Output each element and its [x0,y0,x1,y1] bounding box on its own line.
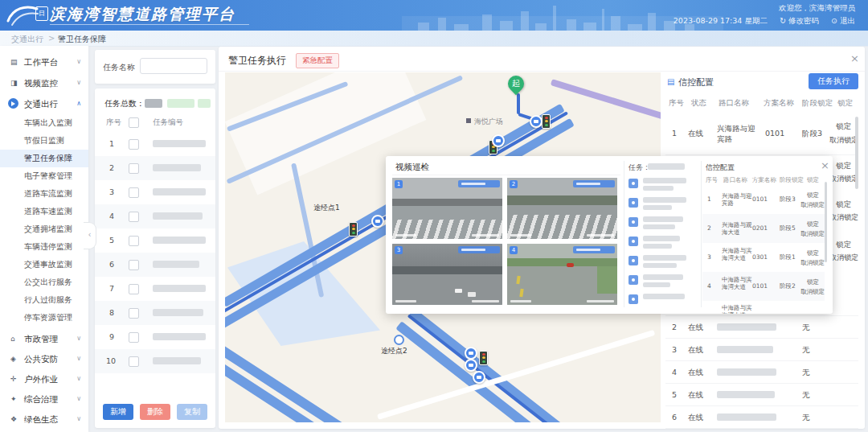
signal-row[interactable]: 2 在线 无 [665,315,858,339]
video-tile[interactable]: 2 [507,178,617,239]
camera-marker-icon[interactable] [371,215,384,228]
task-row[interactable]: 6 [95,253,215,277]
traffic-light-icon[interactable] [479,351,488,365]
unlock-link[interactable]: 取消锁定 [829,135,858,146]
task-execute-button[interactable]: 任务执行 [809,73,858,89]
video-tile[interactable]: 1 [392,178,502,239]
unlock-link[interactable]: 取消锁定 [800,230,825,237]
unlock-link[interactable]: 取消锁定 [829,174,858,184]
breadcrumb-parent[interactable]: 交通出行 [11,34,43,45]
unlock-link[interactable]: 取消锁定 [829,212,858,223]
unlock-link[interactable]: 取消锁定 [800,288,825,295]
task-row[interactable]: 8 [95,301,215,325]
lock-link[interactable]: 锁定 [807,249,819,257]
task-row[interactable]: 2 [95,156,215,180]
row-checkbox[interactable] [129,332,139,343]
panel-close-icon[interactable]: × [850,53,859,64]
signal-row[interactable]: 4 在线 无 [665,360,858,384]
task-row[interactable]: 3 [95,180,215,204]
sidebar-item-municipal[interactable]: ⌂ 市政管理 ∨ [0,328,88,349]
row-checkbox[interactable] [129,187,139,198]
mini-row[interactable]: 4 中海路与滨海湾大道 0101 阶段2 锁定 取消锁定 [702,272,825,301]
sidebar-sub-bus-service[interactable]: 公交出行服务 [0,274,88,291]
sidebar-sub-speed[interactable]: 道路车速监测 [0,203,88,220]
task-row[interactable]: 5 [95,228,215,253]
sidebar-item-ecology[interactable]: ❖ 绿色生态 ∨ [0,409,88,430]
table-scrollbar[interactable] [855,117,858,189]
camera-marker-icon[interactable] [530,115,542,128]
traffic-light-icon[interactable] [542,114,551,129]
row-checkbox[interactable] [129,260,139,270]
unlock-link[interactable]: 取消锁定 [829,253,858,263]
sidebar-sub-accident[interactable]: 交通事故监测 [0,256,88,274]
mini-row[interactable]: 3 兴海路与滨海湾大道 0301 阶段1 锁定 取消锁定 [702,243,825,272]
popup-close-icon[interactable]: × [821,160,829,171]
sidebar-sub-illegal-parking[interactable]: 车辆违停监测 [0,238,88,256]
sidebar-item-workbench[interactable]: ▤ 工作平台 ∨ [0,51,88,72]
sidebar-sub-vehicle-inout[interactable]: 车辆出入监测 [0,114,88,132]
signal-row[interactable]: 5 在线 无 [665,383,858,406]
row-checkbox[interactable] [129,139,139,150]
mini-scrollbar[interactable] [825,182,827,262]
mini-row[interactable]: 中海路与滨海湾大道 [702,301,825,314]
mini-row[interactable]: 2 兴海路与观海大道 0201 阶段5 锁定 取消锁定 [702,214,825,243]
lock-link[interactable]: 锁定 [836,200,851,210]
camera-marker-icon[interactable] [465,347,477,360]
change-password-link[interactable]: ↻ 修改密码 [780,16,819,25]
waypoint2-marker[interactable] [394,335,404,345]
lock-link[interactable]: 锁定 [807,191,819,199]
signal-row[interactable]: 1 在线 兴海路与迎宾路 0101 阶段3 锁定 取消锁定 [665,113,858,154]
camera-marker-icon[interactable] [473,371,485,384]
task-name-input[interactable] [140,58,207,74]
traffic-light-icon[interactable] [349,222,358,237]
sidebar-collapse-handle[interactable]: ‹ [84,222,96,249]
mini-row[interactable]: 1 兴海路与迎宾路 0101 阶段3 锁定 取消锁定 [702,185,825,214]
sidebar-item-facility[interactable]: ▦ 设施管理 ∨ [0,429,88,432]
sidebar-item-outdoor[interactable]: ✛ 户外作业 ∨ [0,368,88,389]
delete-button[interactable]: 删除 [140,404,170,420]
row-checkbox[interactable] [129,284,139,294]
camera-marker-icon[interactable] [492,134,505,147]
row-checkbox[interactable] [129,163,139,174]
row-checkbox[interactable] [129,356,139,367]
sidebar-sub-guard-task[interactable]: 警卫任务保障 [0,150,88,167]
logout-link[interactable]: ⊙ 退出 [831,16,855,25]
row-checkbox[interactable] [129,212,139,222]
task-row[interactable]: 4 [95,204,215,228]
sidebar-sub-pedestrian[interactable]: 行人过街服务 [0,291,88,309]
signal-row[interactable]: 6 在线 无 [665,405,858,429]
signal-row[interactable]: 3 在线 无 [665,338,858,361]
sidebar-item-traffic[interactable]: 交通出行 ∧ [0,93,88,114]
task-row[interactable]: 9 [95,325,215,349]
chevron-down-icon: ∨ [76,328,81,349]
lock-link[interactable]: 锁定 [836,161,851,171]
video-tile[interactable]: 4 [507,244,617,305]
unlock-link[interactable]: 取消锁定 [800,259,825,266]
sidebar-sub-parking-res[interactable]: 停车资源管理 [0,309,88,327]
sidebar-sub-congestion[interactable]: 交通拥堵监测 [0,220,88,238]
lock-link[interactable]: 锁定 [807,278,819,286]
task-row[interactable]: 1 [95,132,215,156]
add-button[interactable]: 新增 [103,404,133,420]
route-start-pin[interactable]: 起 [505,72,527,95]
video-tile[interactable]: 3 [392,244,502,305]
sidebar-item-video-monitor[interactable]: ◨ 视频监控 ∨ [0,72,88,93]
urgent-config-badge[interactable]: 紧急配置 [296,53,339,68]
sidebar-item-governance[interactable]: ✦ 综合治理 ∨ [0,389,88,409]
task-row[interactable]: 7 [95,277,215,301]
unlock-link[interactable]: 取消锁定 [800,201,825,208]
lock-link[interactable]: 锁定 [807,220,819,228]
row-checkbox[interactable] [129,236,139,246]
sidebar-sub-epolice[interactable]: 电子警察管理 [0,167,88,185]
select-all-checkbox[interactable] [129,117,139,128]
row-checkbox[interactable] [129,308,139,319]
sidebar-sub-holiday[interactable]: 节假日监测 [0,132,88,150]
task-row[interactable]: 10 [95,349,215,373]
route-line [517,93,520,114]
sidebar-item-public-security[interactable]: ◈ 公共安防 ∨ [0,348,88,369]
camera-marker-icon[interactable] [465,359,477,372]
lock-link[interactable]: 锁定 [836,121,851,132]
copy-button[interactable]: 复制 [177,404,207,420]
sidebar-sub-flow[interactable]: 道路车流监测 [0,185,88,203]
lock-link[interactable]: 锁定 [836,240,851,250]
